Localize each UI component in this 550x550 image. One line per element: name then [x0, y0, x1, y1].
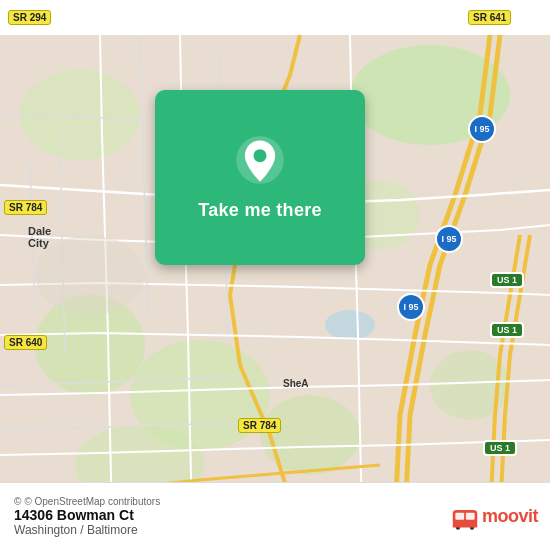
- svg-point-10: [35, 235, 145, 315]
- address-line1: 14306 Bowman Ct: [14, 507, 134, 523]
- map-svg: [0, 0, 550, 550]
- dale-city-label: DaleCity: [28, 225, 51, 249]
- osm-attribution: © © OpenStreetMap contributors: [14, 496, 160, 507]
- svg-rect-15: [466, 512, 475, 519]
- take-me-there-label: Take me there: [198, 200, 322, 221]
- svg-point-2: [20, 70, 140, 160]
- us1-badge-a: US 1: [490, 272, 524, 288]
- road-badge-sr641: SR 641: [468, 10, 511, 25]
- us1-badge-c: US 1: [483, 440, 517, 456]
- osm-text: © OpenStreetMap contributors: [24, 496, 160, 507]
- svg-point-12: [254, 149, 267, 162]
- interstate-badge-i95a: I 95: [468, 115, 496, 143]
- moovit-brand-text: moovit: [482, 506, 538, 527]
- location-pin-icon: [234, 134, 286, 186]
- bottom-bar: © © OpenStreetMap contributors 14306 Bow…: [0, 482, 550, 550]
- svg-point-9: [325, 310, 375, 340]
- map-container: SR 294 SR 641 SR 29 SR 784 SR 640 SR 784…: [0, 0, 550, 550]
- road-badge-sr640: SR 640: [4, 335, 47, 350]
- interstate-badge-i95b: I 95: [435, 225, 463, 253]
- address-line2: Washington / Baltimore: [14, 523, 138, 537]
- moovit-logo-icon: [451, 503, 479, 531]
- moovit-logo: moovit: [451, 503, 538, 531]
- svg-point-6: [260, 395, 360, 475]
- copyright-symbol: ©: [14, 496, 21, 507]
- road-badge-sr784: SR 784: [4, 200, 47, 215]
- shea-label: SheA: [283, 378, 309, 389]
- take-me-there-card[interactable]: Take me there: [155, 90, 365, 265]
- road-badge-sr294: SR 294: [8, 10, 51, 25]
- svg-rect-14: [455, 512, 464, 519]
- road-badge-sr784b: SR 784: [238, 418, 281, 433]
- us1-badge-b: US 1: [490, 322, 524, 338]
- interstate-badge-i95c: I 95: [397, 293, 425, 321]
- svg-rect-18: [453, 524, 478, 528]
- address-block: © © OpenStreetMap contributors 14306 Bow…: [10, 496, 451, 537]
